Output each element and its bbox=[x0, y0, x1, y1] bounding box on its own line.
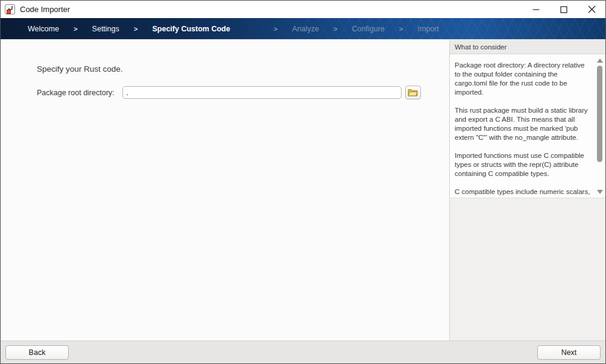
help-text: Package root directory: A directory rela… bbox=[450, 54, 605, 198]
wizard-step-bar: Welcome > Settings > Specify Custom Code… bbox=[1, 18, 605, 40]
step-separator-icon: > bbox=[274, 25, 278, 33]
close-icon[interactable] bbox=[578, 1, 605, 18]
title-bar: Code Importer bbox=[1, 1, 605, 18]
step-separator-icon: > bbox=[134, 25, 138, 33]
scroll-up-icon[interactable] bbox=[597, 58, 603, 63]
help-paragraph: Imported functions must use C compatible… bbox=[455, 151, 591, 178]
help-paragraph: Package root directory: A directory rela… bbox=[455, 61, 591, 97]
step-import: Import bbox=[418, 25, 439, 33]
help-paragraph: C compatible types include numeric scala… bbox=[455, 187, 591, 198]
step-welcome[interactable]: Welcome bbox=[28, 25, 59, 33]
back-button[interactable]: Back bbox=[5, 345, 69, 360]
package-root-input[interactable] bbox=[122, 86, 402, 99]
step-specify-custom-code[interactable]: Specify Custom Code bbox=[152, 25, 230, 33]
window-controls bbox=[522, 1, 605, 18]
code-importer-window: Code Importer Welcome > Settings > Speci… bbox=[0, 0, 606, 364]
help-paragraph: This rust package must build a static li… bbox=[455, 106, 591, 142]
minimize-icon[interactable] bbox=[522, 1, 550, 18]
next-button[interactable]: Next bbox=[537, 345, 601, 360]
step-configure: Configure bbox=[352, 25, 385, 33]
package-root-label: Package root directory: bbox=[37, 89, 115, 97]
scrollbar-thumb[interactable] bbox=[597, 66, 602, 162]
footer-bar: Back Next bbox=[1, 340, 605, 364]
window-title: Code Importer bbox=[20, 5, 70, 14]
step-separator-icon: > bbox=[399, 25, 403, 33]
package-root-row: Package root directory: bbox=[37, 86, 421, 99]
scroll-down-icon[interactable] bbox=[597, 190, 603, 194]
step-analyze: Analyze bbox=[292, 25, 318, 33]
step-settings[interactable]: Settings bbox=[92, 25, 119, 33]
help-scroll-area: Package root directory: A directory rela… bbox=[450, 54, 605, 198]
help-panel: What to consider Package root directory:… bbox=[449, 40, 605, 340]
page-title: Specify your Rust code. bbox=[37, 64, 123, 74]
body-area: Specify your Rust code. Package root dir… bbox=[1, 40, 605, 340]
help-scrollbar[interactable] bbox=[595, 55, 604, 198]
folder-icon bbox=[408, 89, 418, 96]
browse-folder-button[interactable] bbox=[405, 86, 421, 99]
step-separator-icon: > bbox=[333, 25, 338, 33]
main-content: Specify your Rust code. Package root dir… bbox=[1, 40, 449, 340]
maximize-icon[interactable] bbox=[550, 1, 578, 18]
help-panel-header: What to consider bbox=[450, 40, 605, 54]
app-import-icon bbox=[5, 4, 15, 14]
step-separator-icon: > bbox=[74, 25, 78, 33]
